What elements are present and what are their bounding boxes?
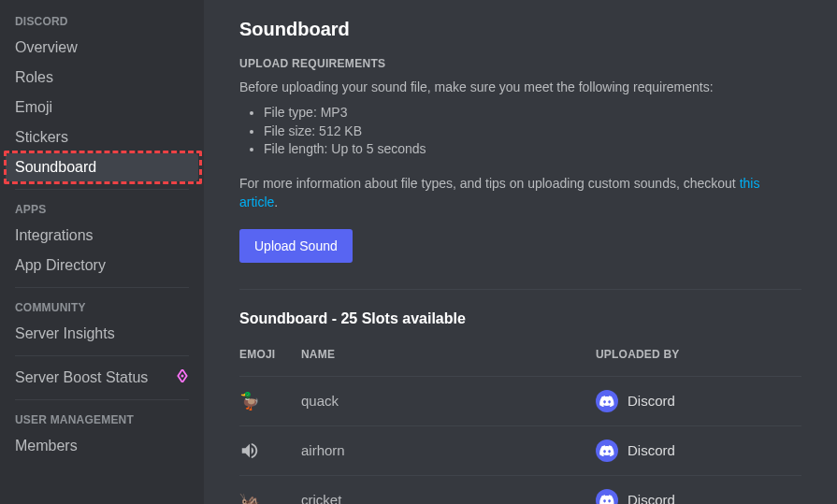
sidebar-divider xyxy=(15,189,189,190)
sound-row[interactable]: 🦗 cricket Discord xyxy=(239,475,801,504)
sidebar-item-stickers[interactable]: Stickers xyxy=(6,123,198,151)
sidebar-header-apps: APPS xyxy=(6,197,198,220)
settings-sidebar: DISCORD Overview Roles Emoji Stickers So… xyxy=(0,0,204,504)
discord-avatar-icon xyxy=(596,489,618,504)
sidebar-item-server-insights[interactable]: Server Insights xyxy=(6,320,198,348)
sound-name: airhorn xyxy=(301,442,596,458)
sidebar-item-integrations[interactable]: Integrations xyxy=(6,222,198,250)
uploader-name: Discord xyxy=(628,393,675,409)
requirement-item: File type: MP3 xyxy=(264,104,801,122)
sidebar-item-label: Server Boost Status xyxy=(15,369,148,386)
sidebar-header-discord: DISCORD xyxy=(6,9,198,32)
sound-uploaded-by: Discord xyxy=(596,489,801,504)
more-info-prefix: For more information about file types, a… xyxy=(239,176,740,191)
sidebar-header-user-mgmt: USER MANAGEMENT xyxy=(6,408,198,430)
slots-title: Soundboard - 25 Slots available xyxy=(239,310,801,327)
upload-requirements-desc: Before uploading your sound file, make s… xyxy=(239,78,801,96)
more-info-suffix: . xyxy=(274,194,278,209)
sidebar-item-label: Soundboard xyxy=(15,159,96,176)
col-header-uploaded-by: UPLOADED BY xyxy=(596,348,801,361)
sound-emoji: 🦆 xyxy=(239,391,301,411)
requirements-list: File type: MP3 File size: 512 KB File le… xyxy=(239,104,801,159)
sound-table-header: EMOJI NAME UPLOADED BY xyxy=(239,348,801,361)
requirement-item: File length: Up to 5 seconds xyxy=(264,140,801,159)
uploader-name: Discord xyxy=(628,492,675,504)
sidebar-item-roles[interactable]: Roles xyxy=(6,64,198,92)
discord-avatar-icon xyxy=(596,439,618,462)
page-title: Soundboard xyxy=(239,19,801,40)
sidebar-divider xyxy=(15,287,189,288)
sound-uploaded-by: Discord xyxy=(596,390,801,412)
col-header-name: NAME xyxy=(301,348,596,361)
sound-row[interactable]: 🦆 quack Discord xyxy=(239,376,801,425)
sound-name: cricket xyxy=(301,492,596,504)
sidebar-item-members[interactable]: Members xyxy=(6,432,198,460)
sidebar-item-overview[interactable]: Overview xyxy=(6,34,198,62)
sound-row[interactable]: airhorn Discord xyxy=(239,425,801,475)
discord-avatar-icon xyxy=(596,390,618,412)
sidebar-item-app-directory[interactable]: App Directory xyxy=(6,252,198,280)
sidebar-header-community: COMMUNITY xyxy=(6,295,198,318)
sound-emoji xyxy=(239,440,301,461)
content-divider xyxy=(239,289,801,290)
uploader-name: Discord xyxy=(628,442,675,458)
sound-name: quack xyxy=(301,393,596,409)
boost-icon xyxy=(176,369,189,386)
requirement-item: File size: 512 KB xyxy=(264,122,801,141)
more-info-text: For more information about file types, a… xyxy=(239,174,801,212)
sidebar-divider xyxy=(15,399,189,400)
sidebar-divider xyxy=(15,355,189,356)
speaker-icon xyxy=(239,440,260,461)
sound-uploaded-by: Discord xyxy=(596,439,801,462)
sound-emoji: 🦗 xyxy=(239,490,301,504)
col-header-emoji: EMOJI xyxy=(239,348,301,361)
upload-sound-button[interactable]: Upload Sound xyxy=(239,229,353,263)
sidebar-item-soundboard[interactable]: Soundboard xyxy=(6,153,198,181)
sidebar-item-emoji[interactable]: Emoji xyxy=(6,94,198,122)
sidebar-item-server-boost[interactable]: Server Boost Status xyxy=(6,364,198,392)
svg-point-0 xyxy=(180,374,183,377)
upload-requirements-header: UPLOAD REQUIREMENTS xyxy=(239,57,801,70)
main-content: Soundboard UPLOAD REQUIREMENTS Before up… xyxy=(204,0,837,504)
